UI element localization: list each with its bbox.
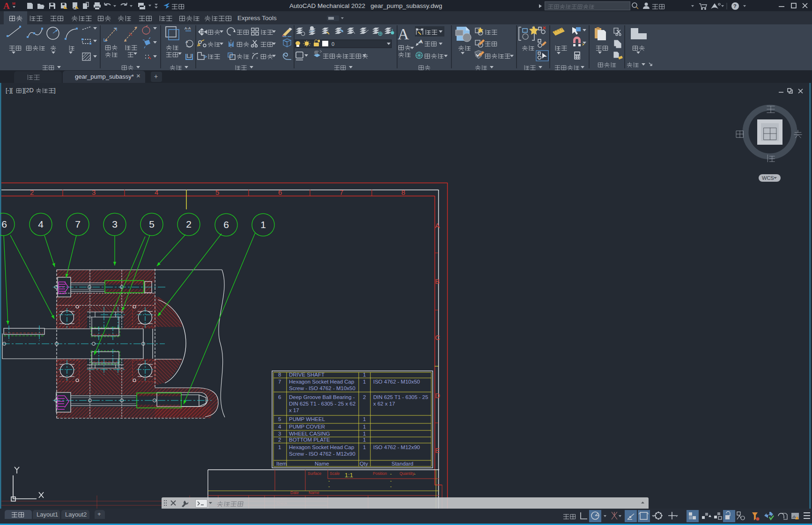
svg-text:!: ! (797, 517, 798, 520)
